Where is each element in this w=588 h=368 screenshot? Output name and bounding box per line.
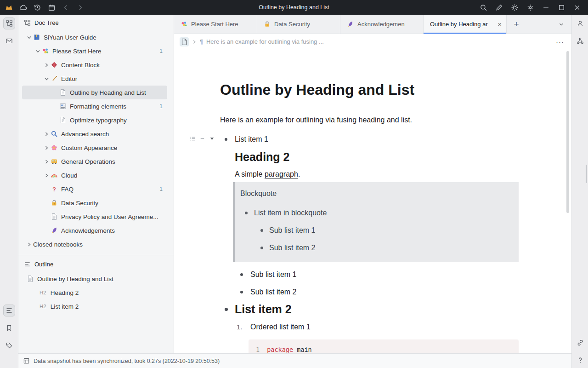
chevron-down-icon[interactable] (42, 75, 51, 83)
chevron-right-icon[interactable] (42, 130, 51, 138)
outline-dock-button[interactable] (3, 305, 15, 316)
minimize-icon[interactable] (542, 4, 550, 12)
tab[interactable]: Please Start Here (174, 15, 257, 34)
sub-list-item-2[interactable]: Sub list item 2 (235, 286, 519, 298)
vertical-scrollbar[interactable] (566, 51, 569, 213)
edge-scrollbar[interactable] (586, 165, 587, 183)
list-gutter-icon[interactable] (190, 136, 196, 142)
list-item-1[interactable]: List item 1 Heading 2 A simple paragraph… (220, 133, 519, 298)
tab[interactable]: Acknowledgemen (340, 15, 424, 34)
settings-icon[interactable] (526, 4, 534, 12)
calendar-icon[interactable] (48, 4, 56, 12)
tree-item[interactable]: Privacy Policy and User Agreeme... (22, 210, 167, 224)
intro-paragraph[interactable]: Here is an example for outlining via fus… (220, 114, 519, 126)
tree-item[interactable]: Custom Appearance (22, 141, 167, 155)
tab-list-dropdown[interactable] (551, 15, 571, 34)
graph-dock-button[interactable] (574, 35, 586, 47)
chevron-right-icon[interactable] (25, 240, 33, 248)
back-icon[interactable] (62, 4, 70, 12)
tree-item[interactable]: General Operations (22, 155, 167, 168)
code-block[interactable]: 1package main (249, 339, 519, 353)
chevron-right-icon[interactable] (42, 144, 51, 152)
tag-dock-button[interactable] (3, 339, 15, 351)
tabs-container: Please Start HereData SecurityAcknowledg… (174, 15, 507, 34)
search-icon[interactable] (480, 4, 487, 12)
ordered-list-item-text[interactable]: Ordered list item 1 (250, 321, 519, 333)
edit-icon[interactable] (495, 4, 503, 12)
tree-item[interactable]: Closed notebooks (22, 237, 167, 251)
tree-item[interactable]: Cloud (22, 168, 167, 182)
tree-item[interactable]: Outline by Heading and List (22, 86, 167, 99)
outline-item[interactable]: H2List item 2 (18, 299, 174, 313)
tree-item[interactable]: Acknowledgements (22, 224, 167, 237)
riff-dock-button[interactable] (574, 17, 586, 29)
tab[interactable]: Outline by Heading ar× (424, 15, 507, 34)
doc-tree-dock-button[interactable] (3, 17, 15, 29)
bookmark-dock-button[interactable] (3, 322, 15, 334)
sub-list-item-2-text[interactable]: Sub list item 2 (250, 286, 519, 298)
maximize-icon[interactable] (558, 4, 565, 12)
doc-title[interactable]: Outline by Heading and List (220, 80, 519, 99)
help-button[interactable] (576, 356, 584, 364)
close-icon[interactable] (573, 4, 581, 12)
blockquote[interactable]: Blockquote List item in blockquote Sub l… (233, 182, 519, 262)
forward-icon[interactable] (76, 4, 84, 12)
tab-label: Please Start Here (191, 21, 252, 28)
tree-item[interactable]: ?FAQ1 (22, 182, 167, 196)
here-link[interactable]: Here (220, 116, 236, 124)
bq-list-item[interactable]: List item in blockquote (240, 207, 511, 219)
breadcrumb-text[interactable]: Here is an example for outlining via fus… (206, 38, 324, 45)
outline-header[interactable]: Outline (18, 256, 174, 272)
chevron-right-icon[interactable] (42, 171, 51, 179)
bq-sub-item-2-text[interactable]: Sub list item 2 (269, 242, 511, 254)
history-icon[interactable] (34, 4, 41, 12)
close-tab-icon[interactable]: × (498, 21, 502, 28)
chevron-down-icon[interactable] (34, 47, 42, 55)
tree-item[interactable]: Please Start Here1 (22, 44, 167, 58)
doc-icon (27, 275, 34, 282)
list-item-gutter-icon[interactable] (199, 136, 205, 142)
tab[interactable]: Data Security (257, 15, 340, 34)
blockquote-text[interactable]: Blockquote (240, 188, 511, 200)
inbox-dock-button[interactable] (3, 35, 15, 47)
chevron-right-icon[interactable] (42, 157, 51, 166)
simple-paragraph[interactable]: A simple paragraph. (235, 168, 519, 180)
chevron-down-icon[interactable] (25, 33, 33, 41)
sub-list-item-1[interactable]: Sub list item 1 (235, 269, 519, 281)
tree-item-label: Outline by Heading and List (70, 89, 167, 96)
backlink-dock-button[interactable] (574, 337, 586, 349)
outline-item[interactable]: Outline by Heading and List (18, 272, 174, 286)
tree-item[interactable]: Content Block (22, 58, 167, 72)
tree-item[interactable]: Advanced search (22, 127, 167, 141)
intro-rest: is an example for outlining via fusing h… (236, 116, 412, 124)
theme-icon[interactable] (511, 4, 519, 12)
tree-item[interactable]: Formatting elements1 (22, 99, 167, 113)
list-item-1-text[interactable]: List item 1 (235, 133, 519, 145)
bq-sub-item-2[interactable]: Sub list item 2 (240, 242, 511, 254)
document-icon[interactable] (180, 37, 189, 46)
collapse-arrow-icon[interactable] (209, 136, 215, 142)
cloud-icon[interactable] (19, 4, 27, 12)
tree-item[interactable]: Optimize typography (22, 113, 167, 127)
chevron-right-icon (192, 40, 197, 44)
tree-item-label: General Operations (61, 158, 167, 165)
ordered-list-item[interactable]: 1. Ordered list item 1 (235, 321, 519, 333)
bq-sub-item-1[interactable]: Sub list item 1 (240, 224, 511, 236)
tree-item[interactable]: Data Security (22, 196, 167, 210)
sub-list-item-1-text[interactable]: Sub list item 1 (250, 269, 519, 281)
outline-item[interactable]: H2Heading 2 (18, 286, 174, 299)
bq-sub-item-1-text[interactable]: Sub list item 1 (269, 224, 511, 236)
chevron-right-icon[interactable] (42, 61, 51, 69)
doc-tree-header[interactable]: Doc Tree (18, 15, 174, 30)
pilcrow-icon: ¶ (200, 38, 203, 45)
tree-item[interactable]: SiYuan User Guide (22, 30, 167, 44)
ordered-marker: 1. (237, 321, 243, 333)
editor-content[interactable]: Outline by Heading and List Here is an e… (174, 49, 571, 353)
more-button[interactable]: ··· (556, 38, 564, 46)
list-item-2[interactable]: List item 2 1. Ordered list item 1 1pack… (220, 301, 519, 353)
list-item-2-heading[interactable]: List item 2 (235, 301, 519, 317)
tree-item[interactable]: Editor (22, 72, 167, 86)
heading-2[interactable]: Heading 2 (235, 149, 519, 165)
new-tab-button[interactable]: + (507, 15, 526, 34)
bq-list-item-text[interactable]: List item in blockquote (254, 207, 511, 219)
